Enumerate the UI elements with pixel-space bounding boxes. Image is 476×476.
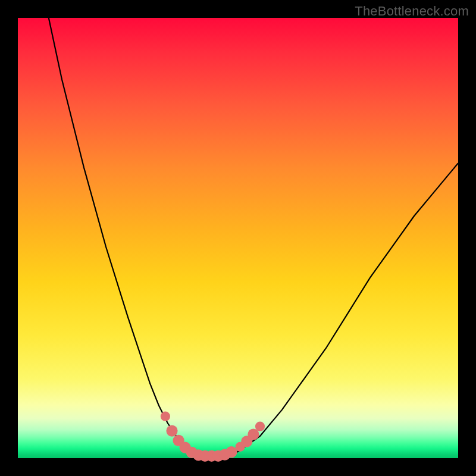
curve-marker bbox=[161, 412, 170, 421]
curve-marker bbox=[226, 446, 237, 458]
bottleneck-curve bbox=[49, 18, 458, 456]
curve-markers bbox=[161, 412, 265, 462]
watermark-text: TheBottleneck.com bbox=[355, 4, 469, 19]
plot-area bbox=[18, 18, 458, 458]
curve-marker bbox=[166, 425, 177, 437]
chart-frame: TheBottleneck.com bbox=[0, 0, 476, 476]
curve-marker bbox=[255, 422, 265, 431]
chart-svg bbox=[18, 18, 458, 458]
